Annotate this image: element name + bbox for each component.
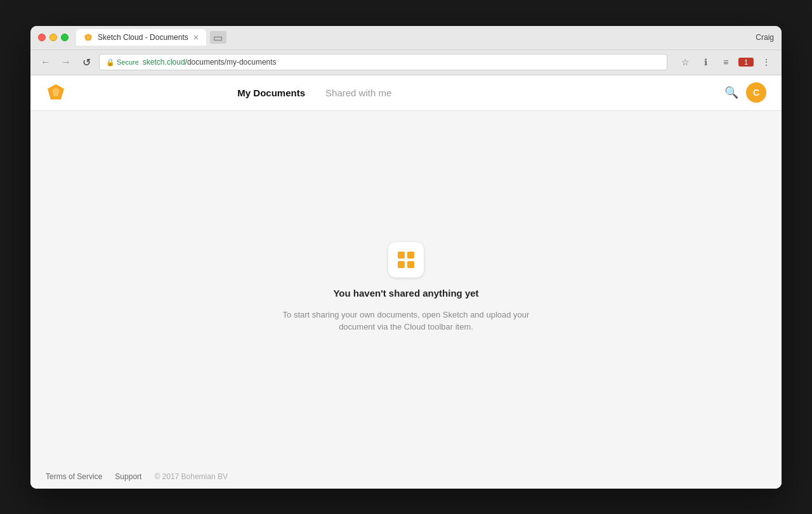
grid-cell-1 xyxy=(398,252,405,259)
lock-icon: 🔒 xyxy=(106,58,115,67)
tab-favicon-icon xyxy=(84,33,93,42)
terms-of-service-link[interactable]: Terms of Service xyxy=(46,472,102,481)
layers-icon[interactable]: ≡ xyxy=(718,57,733,67)
search-icon: 🔍 xyxy=(724,86,738,99)
menu-icon[interactable]: ⋮ xyxy=(759,57,774,67)
grid-cell-2 xyxy=(407,252,414,259)
grid-cell-3 xyxy=(398,261,405,268)
info-icon[interactable]: ℹ xyxy=(698,57,713,67)
app-header: My Documents Shared with me 🔍 C xyxy=(30,75,782,111)
secure-badge: 🔒 Secure xyxy=(106,58,139,67)
empty-state: You haven't shared anything yet To start… xyxy=(279,242,533,333)
back-button[interactable]: ← xyxy=(38,56,53,68)
maximize-button[interactable] xyxy=(61,34,69,41)
new-tab-button[interactable]: ▭ xyxy=(210,31,226,44)
url-domain: sketch.cloud xyxy=(143,58,185,67)
active-tab[interactable]: Sketch Cloud - Documents × xyxy=(76,29,206,46)
refresh-button[interactable]: ↺ xyxy=(79,56,94,68)
close-button[interactable] xyxy=(38,34,46,41)
sketch-logo-icon xyxy=(46,82,66,103)
address-bar: ← → ↺ 🔒 Secure sketch.cloud/documents/my… xyxy=(30,50,782,75)
app-nav: My Documents Shared with me xyxy=(227,87,402,98)
tab-area: Sketch Cloud - Documents × ▭ xyxy=(76,29,756,46)
tab-title: Sketch Cloud - Documents xyxy=(98,33,188,42)
toolbar-icons: ☆ ℹ ≡ 1 ⋮ xyxy=(678,57,774,67)
grid-cell-4 xyxy=(407,261,414,268)
new-tab-icon: ▭ xyxy=(213,32,223,44)
secure-text: Secure xyxy=(117,58,139,66)
app-content: My Documents Shared with me 🔍 C xyxy=(30,75,782,489)
url-text: sketch.cloud/documents/my-documents xyxy=(143,58,277,67)
extension-icon[interactable]: 1 xyxy=(738,58,754,67)
header-actions: 🔍 C xyxy=(724,82,766,103)
nav-my-documents[interactable]: My Documents xyxy=(227,87,315,98)
url-bar[interactable]: 🔒 Secure sketch.cloud/documents/my-docum… xyxy=(99,54,667,70)
forward-button[interactable]: → xyxy=(58,56,74,68)
bookmark-icon[interactable]: ☆ xyxy=(678,57,693,67)
browser-window: Sketch Cloud - Documents × ▭ Craig ← → ↺… xyxy=(30,26,782,489)
url-path: /documents/my-documents xyxy=(185,58,277,67)
grid-icon xyxy=(398,252,414,268)
main-content: You haven't shared anything yet To start… xyxy=(30,111,782,465)
copyright-text: © 2017 Bohemian BV xyxy=(154,472,228,481)
tab-close-icon[interactable]: × xyxy=(193,33,199,42)
traffic-lights xyxy=(38,34,69,41)
empty-state-title: You haven't shared anything yet xyxy=(333,288,478,299)
nav-shared-with-me[interactable]: Shared with me xyxy=(315,87,402,98)
avatar-initial: C xyxy=(753,87,759,98)
search-button[interactable]: 🔍 xyxy=(724,86,738,100)
support-link[interactable]: Support xyxy=(115,472,141,481)
user-avatar[interactable]: C xyxy=(746,82,766,103)
empty-state-description: To start sharing your own documents, ope… xyxy=(279,309,533,333)
minimize-button[interactable] xyxy=(49,34,57,41)
app-footer: Terms of Service Support © 2017 Bohemian… xyxy=(30,465,782,489)
title-bar: Sketch Cloud - Documents × ▭ Craig xyxy=(30,26,782,50)
user-label: Craig xyxy=(756,33,774,42)
empty-state-icon xyxy=(388,242,424,278)
